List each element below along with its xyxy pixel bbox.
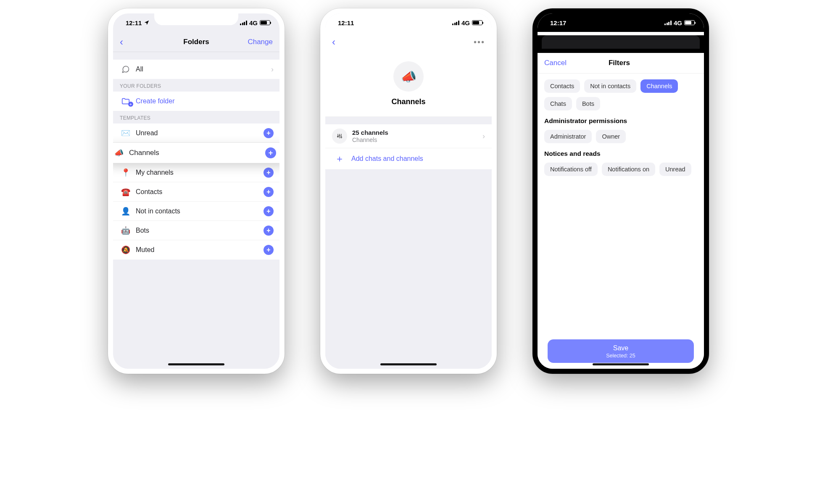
template-row[interactable]: ☎️Contacts+ (113, 182, 279, 202)
filter-sheet: Cancel Filters ContactsNot in contactsCh… (538, 53, 704, 372)
location-icon (144, 20, 150, 26)
template-label: Bots (136, 227, 264, 234)
folder-title: Channels (325, 97, 492, 106)
folder-list: All › YOUR FOLDERS + Create folder TEMPL… (113, 52, 279, 260)
chevron-right-icon: › (271, 65, 274, 74)
folder-plus-icon: + (119, 97, 132, 106)
sheet-header: Cancel Filters (538, 53, 704, 74)
add-button[interactable]: + (264, 245, 274, 255)
add-button[interactable]: + (264, 187, 274, 197)
template-icon: 🔕 (119, 245, 132, 255)
signal-icon (452, 21, 459, 25)
battery-icon (684, 20, 695, 25)
filter-chip[interactable]: Unread (659, 163, 691, 176)
cancel-button[interactable]: Cancel (544, 59, 567, 67)
filter-chip[interactable]: Contacts (544, 79, 580, 93)
filter-chip[interactable]: Chats (544, 97, 572, 110)
home-indicator (593, 363, 649, 365)
template-icon: ☎️ (119, 187, 132, 197)
template-row[interactable]: 📍My channels+ (113, 163, 279, 182)
sheet-backdrop (538, 35, 704, 53)
your-folders-header: YOUR FOLDERS (113, 79, 279, 92)
back-button[interactable]: ‹ (332, 36, 335, 47)
filter-chip[interactable]: Channels (640, 79, 678, 93)
phone-channels: 12:11 4G ‹ ••• 📣 Channels 25 channels (320, 8, 497, 374)
sliders-icon (332, 129, 347, 144)
device-notch (579, 13, 663, 25)
save-button[interactable]: Save Selected: 25 (548, 339, 694, 363)
add-button[interactable]: + (264, 226, 274, 236)
signal-icon (664, 21, 672, 25)
add-button[interactable]: + (264, 168, 274, 178)
template-label: Channels (129, 149, 265, 157)
templates-list: ✉️Unread+📣Channels+📍My channels+☎️Contac… (113, 123, 279, 260)
create-folder-row[interactable]: + Create folder (113, 92, 279, 111)
add-chats-label: Add chats and channels (351, 155, 423, 163)
network-label: 4G (674, 19, 682, 26)
network-label: 4G (461, 19, 470, 26)
channel-count-row[interactable]: 25 channels Channels › (325, 124, 492, 148)
template-row[interactable]: 🤖Bots+ (113, 221, 279, 240)
home-indicator (380, 363, 437, 365)
count-title: 25 channels (352, 129, 482, 136)
change-button[interactable]: Change (248, 38, 273, 46)
admin-section-title: Administrator permissions (544, 117, 697, 125)
network-label: 4G (249, 19, 258, 26)
status-time: 12:11 (338, 19, 354, 26)
signal-icon (240, 21, 247, 25)
chevron-right-icon: › (482, 132, 485, 141)
nav-header: ‹ Folders Change (113, 32, 279, 52)
phone-filters: 12:17 4G Cancel Filters ContactsNot in c… (532, 8, 709, 374)
template-label: Unread (136, 129, 264, 137)
phone-folders: 12:11 4G ‹ Folders Change All › YOUR FOL… (108, 8, 285, 374)
template-row[interactable]: 🔕Muted+ (113, 240, 279, 260)
template-icon: 🤖 (119, 226, 132, 235)
template-row[interactable]: 📣Channels+ (108, 143, 285, 163)
template-row[interactable]: ✉️Unread+ (113, 123, 279, 143)
admin-filter-chips: AdministratorOwner (544, 130, 697, 143)
filter-chip[interactable]: Not in contacts (584, 79, 636, 93)
back-button[interactable]: ‹ (120, 36, 123, 47)
status-time: 12:17 (550, 19, 566, 26)
template-row[interactable]: 👤Not in contacts+ (113, 202, 279, 221)
notices-section-title: Notices and reads (544, 150, 697, 158)
filter-chip[interactable]: Notifications on (602, 163, 655, 176)
template-icon: 📣 (112, 148, 126, 158)
status-time: 12:11 (126, 19, 142, 26)
device-notch (154, 13, 238, 25)
battery-icon (472, 20, 482, 25)
add-button[interactable]: + (264, 206, 274, 216)
save-label: Save (548, 344, 694, 352)
template-icon: 👤 (119, 207, 132, 216)
megaphone-icon: 📣 (393, 61, 424, 92)
device-notch (366, 13, 451, 25)
type-filter-chips: ContactsNot in contactsChannelsChatsBots (544, 79, 697, 110)
template-icon: 📍 (119, 168, 132, 177)
filter-chip[interactable]: Notifications off (544, 163, 598, 176)
notices-filter-chips: Notifications offNotifications onUnread (544, 163, 697, 176)
all-row[interactable]: All › (113, 60, 279, 79)
nav-header: ‹ ••• (325, 32, 492, 52)
home-indicator (168, 363, 224, 365)
count-subtitle: Channels (352, 136, 482, 143)
add-chats-row[interactable]: ＋ Add chats and channels (325, 148, 492, 169)
template-label: My channels (136, 169, 264, 176)
chat-bubble-icon (119, 65, 132, 74)
add-button[interactable]: + (265, 147, 276, 158)
sheet-title: Filters (609, 59, 630, 67)
add-button[interactable]: + (264, 128, 274, 138)
template-label: Muted (136, 246, 264, 254)
page-title: Folders (158, 38, 235, 46)
template-label: Contacts (136, 188, 264, 196)
filter-chip[interactable]: Bots (576, 97, 600, 110)
filter-chip[interactable]: Owner (596, 130, 626, 143)
templates-header: TEMPLATES (113, 111, 279, 123)
folder-hero: 📣 Channels (325, 52, 492, 117)
save-subtitle: Selected: 25 (548, 353, 694, 359)
all-label: All (136, 66, 271, 73)
more-button[interactable]: ••• (474, 37, 485, 47)
template-row-elevated: 📣Channels+ (108, 143, 285, 163)
filter-chip[interactable]: Administrator (544, 130, 592, 143)
template-icon: ✉️ (119, 129, 132, 138)
template-label: Not in contacts (136, 207, 264, 215)
